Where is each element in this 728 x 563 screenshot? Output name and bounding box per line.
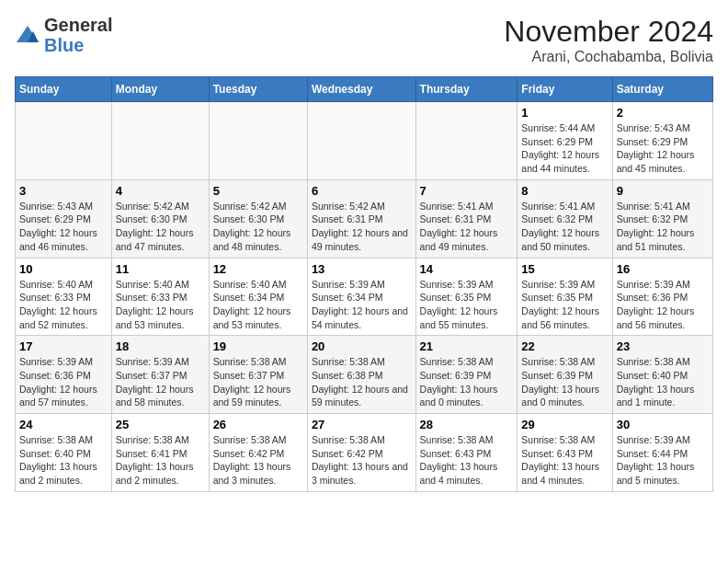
day-info: Sunrise: 5:39 AM Sunset: 6:34 PM Dayligh… <box>312 278 412 332</box>
logo: General Blue <box>15 15 112 55</box>
day-number: 1 <box>521 106 608 120</box>
day-info: Sunrise: 5:42 AM Sunset: 6:30 PM Dayligh… <box>213 200 303 254</box>
day-info: Sunrise: 5:38 AM Sunset: 6:39 PM Dayligh… <box>420 355 514 409</box>
calendar-cell: 24Sunrise: 5:38 AM Sunset: 6:40 PM Dayli… <box>16 414 112 492</box>
day-number: 16 <box>617 262 709 276</box>
day-number: 13 <box>312 262 412 276</box>
day-number: 23 <box>617 339 709 353</box>
day-info: Sunrise: 5:38 AM Sunset: 6:40 PM Dayligh… <box>19 433 108 488</box>
day-number: 17 <box>19 339 108 353</box>
day-info: Sunrise: 5:39 AM Sunset: 6:35 PM Dayligh… <box>521 278 608 332</box>
calendar-cell: 26Sunrise: 5:38 AM Sunset: 6:42 PM Dayli… <box>209 414 307 492</box>
calendar-cell: 15Sunrise: 5:39 AM Sunset: 6:35 PM Dayli… <box>518 258 612 336</box>
header-cell-saturday: Saturday <box>612 77 712 102</box>
calendar-cell <box>415 102 518 180</box>
calendar-cell: 10Sunrise: 5:40 AM Sunset: 6:33 PM Dayli… <box>16 258 112 336</box>
day-info: Sunrise: 5:41 AM Sunset: 6:32 PM Dayligh… <box>617 200 709 254</box>
calendar-week-row: 24Sunrise: 5:38 AM Sunset: 6:40 PM Dayli… <box>16 414 713 492</box>
calendar-cell: 16Sunrise: 5:39 AM Sunset: 6:36 PM Dayli… <box>612 258 712 336</box>
calendar-cell: 2Sunrise: 5:43 AM Sunset: 6:29 PM Daylig… <box>612 102 712 180</box>
day-number: 27 <box>312 418 412 431</box>
calendar-cell <box>307 102 415 180</box>
calendar-cell: 20Sunrise: 5:38 AM Sunset: 6:38 PM Dayli… <box>307 336 415 414</box>
day-number: 8 <box>521 184 608 198</box>
day-number: 22 <box>521 339 608 353</box>
logo-text: General Blue <box>44 15 112 55</box>
day-number: 5 <box>213 184 303 198</box>
day-number: 24 <box>19 418 108 431</box>
calendar-table: SundayMondayTuesdayWednesdayThursdayFrid… <box>15 76 713 492</box>
page-header: General Blue November 2024 Arani, Cochab… <box>15 15 713 65</box>
calendar-cell: 4Sunrise: 5:42 AM Sunset: 6:30 PM Daylig… <box>111 179 209 258</box>
day-number: 12 <box>213 262 303 276</box>
day-number: 19 <box>213 339 303 353</box>
day-number: 9 <box>617 184 709 198</box>
header-cell-tuesday: Tuesday <box>209 77 307 102</box>
day-number: 6 <box>312 184 412 198</box>
day-info: Sunrise: 5:39 AM Sunset: 6:35 PM Dayligh… <box>420 278 514 332</box>
day-info: Sunrise: 5:39 AM Sunset: 6:36 PM Dayligh… <box>19 355 108 409</box>
calendar-cell: 21Sunrise: 5:38 AM Sunset: 6:39 PM Dayli… <box>415 336 518 414</box>
calendar-cell: 29Sunrise: 5:38 AM Sunset: 6:43 PM Dayli… <box>518 414 612 492</box>
calendar-cell <box>16 102 112 180</box>
calendar-cell: 5Sunrise: 5:42 AM Sunset: 6:30 PM Daylig… <box>209 179 307 258</box>
calendar-cell: 28Sunrise: 5:38 AM Sunset: 6:43 PM Dayli… <box>415 414 518 492</box>
day-info: Sunrise: 5:41 AM Sunset: 6:31 PM Dayligh… <box>420 200 514 254</box>
calendar-cell: 27Sunrise: 5:38 AM Sunset: 6:42 PM Dayli… <box>307 414 415 492</box>
day-info: Sunrise: 5:40 AM Sunset: 6:34 PM Dayligh… <box>213 278 303 332</box>
header-cell-wednesday: Wednesday <box>307 77 415 102</box>
calendar-cell: 19Sunrise: 5:38 AM Sunset: 6:37 PM Dayli… <box>209 336 307 414</box>
calendar-cell: 12Sunrise: 5:40 AM Sunset: 6:34 PM Dayli… <box>209 258 307 336</box>
calendar-cell: 22Sunrise: 5:38 AM Sunset: 6:39 PM Dayli… <box>518 336 612 414</box>
day-number: 29 <box>521 418 608 431</box>
day-info: Sunrise: 5:38 AM Sunset: 6:41 PM Dayligh… <box>116 433 205 488</box>
day-info: Sunrise: 5:40 AM Sunset: 6:33 PM Dayligh… <box>116 278 205 332</box>
day-number: 15 <box>521 262 608 276</box>
day-info: Sunrise: 5:42 AM Sunset: 6:30 PM Dayligh… <box>116 200 205 254</box>
calendar-week-row: 17Sunrise: 5:39 AM Sunset: 6:36 PM Dayli… <box>16 336 713 414</box>
calendar-cell: 9Sunrise: 5:41 AM Sunset: 6:32 PM Daylig… <box>612 179 712 258</box>
calendar-cell: 7Sunrise: 5:41 AM Sunset: 6:31 PM Daylig… <box>415 179 518 258</box>
day-number: 28 <box>420 418 514 431</box>
location-title: Arani, Cochabamba, Bolivia <box>504 49 713 65</box>
day-info: Sunrise: 5:38 AM Sunset: 6:38 PM Dayligh… <box>312 355 412 409</box>
title-block: November 2024 Arani, Cochabamba, Bolivia <box>504 15 713 65</box>
day-info: Sunrise: 5:38 AM Sunset: 6:39 PM Dayligh… <box>521 355 608 409</box>
calendar-cell: 14Sunrise: 5:39 AM Sunset: 6:35 PM Dayli… <box>415 258 518 336</box>
calendar-cell: 25Sunrise: 5:38 AM Sunset: 6:41 PM Dayli… <box>111 414 209 492</box>
day-number: 20 <box>312 339 412 353</box>
calendar-cell: 23Sunrise: 5:38 AM Sunset: 6:40 PM Dayli… <box>612 336 712 414</box>
day-info: Sunrise: 5:38 AM Sunset: 6:37 PM Dayligh… <box>213 355 303 409</box>
logo-icon <box>15 22 40 48</box>
day-info: Sunrise: 5:39 AM Sunset: 6:37 PM Dayligh… <box>116 355 205 409</box>
day-number: 25 <box>116 418 205 431</box>
day-info: Sunrise: 5:38 AM Sunset: 6:43 PM Dayligh… <box>420 433 514 488</box>
day-number: 30 <box>617 418 709 431</box>
day-number: 4 <box>116 184 205 198</box>
calendar-cell <box>111 102 209 180</box>
calendar-cell: 13Sunrise: 5:39 AM Sunset: 6:34 PM Dayli… <box>307 258 415 336</box>
day-info: Sunrise: 5:41 AM Sunset: 6:32 PM Dayligh… <box>521 200 608 254</box>
calendar-cell: 8Sunrise: 5:41 AM Sunset: 6:32 PM Daylig… <box>518 179 612 258</box>
day-number: 26 <box>213 418 303 431</box>
day-number: 10 <box>19 262 108 276</box>
day-info: Sunrise: 5:39 AM Sunset: 6:44 PM Dayligh… <box>617 433 709 488</box>
calendar-cell <box>209 102 307 180</box>
header-cell-friday: Friday <box>518 77 612 102</box>
month-title: November 2024 <box>504 15 713 49</box>
day-number: 11 <box>116 262 205 276</box>
calendar-body: 1Sunrise: 5:44 AM Sunset: 6:29 PM Daylig… <box>16 102 713 492</box>
day-number: 18 <box>116 339 205 353</box>
calendar-cell: 1Sunrise: 5:44 AM Sunset: 6:29 PM Daylig… <box>518 102 612 180</box>
calendar-cell: 11Sunrise: 5:40 AM Sunset: 6:33 PM Dayli… <box>111 258 209 336</box>
calendar-cell: 3Sunrise: 5:43 AM Sunset: 6:29 PM Daylig… <box>16 179 112 258</box>
calendar-cell: 30Sunrise: 5:39 AM Sunset: 6:44 PM Dayli… <box>612 414 712 492</box>
day-number: 7 <box>420 184 514 198</box>
day-info: Sunrise: 5:38 AM Sunset: 6:42 PM Dayligh… <box>312 433 412 488</box>
day-number: 3 <box>19 184 108 198</box>
day-info: Sunrise: 5:40 AM Sunset: 6:33 PM Dayligh… <box>19 278 108 332</box>
header-cell-sunday: Sunday <box>16 77 112 102</box>
calendar-week-row: 10Sunrise: 5:40 AM Sunset: 6:33 PM Dayli… <box>16 258 713 336</box>
day-info: Sunrise: 5:38 AM Sunset: 6:40 PM Dayligh… <box>617 355 709 409</box>
calendar-header-row: SundayMondayTuesdayWednesdayThursdayFrid… <box>16 77 713 102</box>
